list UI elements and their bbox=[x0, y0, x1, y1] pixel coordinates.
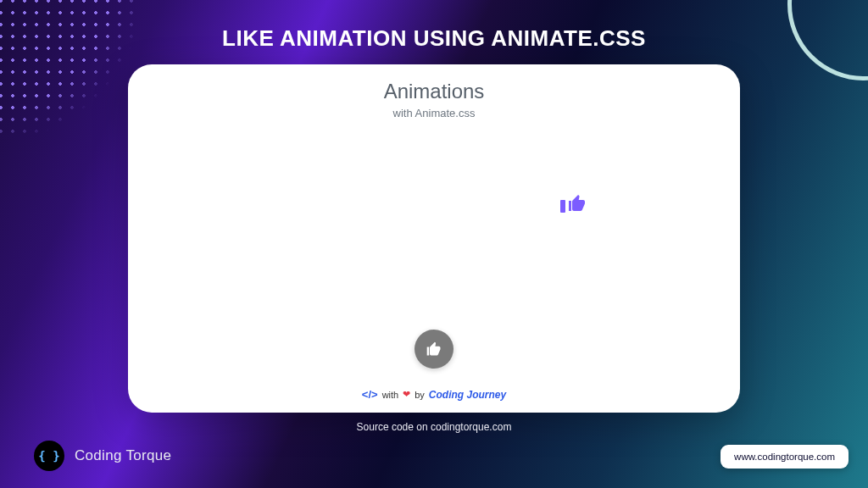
brand-name: Coding Torque bbox=[75, 447, 171, 464]
floating-thumb-icon bbox=[560, 193, 587, 214]
card-footer: </> with ❤ by Coding Journey bbox=[128, 388, 740, 401]
page-title: LIKE ANIMATION USING ANIMATE.CSS bbox=[0, 25, 868, 52]
website-url-pill[interactable]: www.codingtorque.com bbox=[721, 445, 849, 469]
card-subtitle: with Animate.css bbox=[393, 107, 476, 119]
brand-logo: { } bbox=[34, 441, 64, 471]
card-title: Animations bbox=[384, 80, 485, 103]
footer-with-text: with bbox=[382, 390, 399, 400]
footer-author-link[interactable]: Coding Journey bbox=[429, 389, 506, 401]
code-icon: </> bbox=[362, 388, 378, 401]
source-code-line: Source code on codingtorque.com bbox=[0, 421, 868, 433]
footer-by-text: by bbox=[415, 390, 425, 400]
dot-pattern-decoration bbox=[0, 0, 136, 136]
like-button[interactable] bbox=[415, 330, 453, 369]
demo-card: Animations with Animate.css </> with ❤ b… bbox=[128, 64, 740, 413]
brand-block: { } Coding Torque bbox=[34, 441, 171, 471]
heart-icon: ❤ bbox=[403, 389, 410, 400]
thumbs-up-icon bbox=[426, 341, 442, 358]
